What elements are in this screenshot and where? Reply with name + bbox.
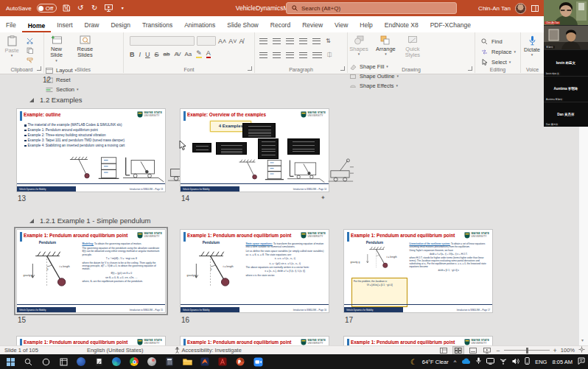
dictate-button[interactable]: Dictate ▾: [521, 32, 543, 57]
section-header-example1[interactable]: 1.2.1 Example 1 - Simple pendulum: [28, 217, 151, 225]
speaker-icon[interactable]: [512, 358, 519, 366]
slide-thumbnail-15[interactable]: Example 1: Pendulum around equilibrium p…: [16, 229, 166, 313]
tab-design[interactable]: Design: [105, 18, 136, 32]
align-left-icon[interactable]: [259, 52, 267, 58]
tray-microphone-icon[interactable]: [476, 357, 481, 366]
tab-animations[interactable]: Animations: [178, 18, 221, 32]
slide-thumbnail-16[interactable]: Example 1: Pendulum around equilibrium p…: [180, 229, 329, 313]
language-indicator[interactable]: ENG: [535, 359, 547, 365]
smartart-icon[interactable]: ⎅: [327, 52, 332, 59]
text-direction-icon[interactable]: ⇅: [326, 38, 331, 44]
undo-icon[interactable]: ↺: [76, 4, 85, 13]
copy-icon[interactable]: [25, 46, 35, 55]
tab-record[interactable]: Record: [265, 18, 296, 32]
columns-icon[interactable]: [312, 52, 322, 58]
redo-icon[interactable]: ↻: [90, 4, 99, 13]
section-header-examples[interactable]: 1.2 Examples: [28, 96, 83, 104]
calculator-icon[interactable]: [161, 354, 178, 369]
font-size-select[interactable]: [197, 36, 216, 46]
tab-view[interactable]: View: [329, 18, 354, 32]
tab-home[interactable]: Home: [22, 19, 52, 33]
slide-thumbnail-13[interactable]: Example: outline WAYNE STATEUNIVERSITY T…: [16, 108, 166, 192]
participant-video-1[interactable]: Chin-An Tan: [544, 0, 588, 26]
weather-status[interactable]: 64°F Clear: [422, 359, 449, 365]
bullets-icon[interactable]: [259, 38, 267, 44]
participant-tile-4[interactable]: Auntima 李明玲 Auntima 李明玲: [544, 77, 588, 102]
shapes-button[interactable]: Shapes ▾: [348, 32, 370, 56]
underline-button[interactable]: U: [145, 51, 150, 58]
signal-icon[interactable]: [500, 358, 507, 366]
zoom-icon[interactable]: [249, 354, 267, 369]
quick-access-dropdown-icon[interactable]: ▾: [118, 4, 127, 13]
tab-endnote[interactable]: EndNote X8: [379, 18, 424, 32]
tab-slide-show[interactable]: Slide Show: [221, 18, 265, 32]
arrange-button[interactable]: Arrange ▾: [373, 32, 398, 56]
fit-to-window-icon[interactable]: [578, 346, 585, 354]
slideshow-view-icon[interactable]: [482, 347, 492, 354]
decrease-font-icon[interactable]: A˅: [228, 38, 237, 45]
strikethrough-button[interactable]: S: [155, 51, 159, 58]
language-indicator[interactable]: English (United States): [87, 347, 144, 354]
matlab-icon[interactable]: [196, 354, 214, 369]
zoom-in-button[interactable]: +: [553, 347, 557, 354]
section-collapse-icon[interactable]: [29, 219, 34, 223]
align-right-icon[interactable]: [286, 52, 294, 58]
start-button[interactable]: [1, 354, 19, 369]
zoom-level[interactable]: 100%: [561, 347, 575, 354]
night-moon-icon[interactable]: ☾: [410, 358, 417, 366]
search-box[interactable]: Search (Alt+Q): [286, 2, 457, 14]
font-dialog-launcher[interactable]: [248, 66, 252, 71]
file-explorer-icon[interactable]: [178, 354, 196, 369]
highlight-color-icon[interactable]: ✎: [196, 50, 202, 58]
replace-button[interactable]: Replace▾: [480, 47, 520, 56]
justify-icon[interactable]: [299, 52, 307, 58]
tab-insert[interactable]: Insert: [51, 18, 78, 32]
app-gray-sphere-icon[interactable]: [143, 354, 161, 369]
italic-button[interactable]: I: [139, 51, 141, 58]
reading-view-icon[interactable]: [468, 347, 478, 354]
start-presentation-icon[interactable]: [104, 4, 113, 13]
ribbon-options-icon[interactable]: [531, 4, 539, 13]
new-slide-button[interactable]: New Slide ▾: [44, 32, 69, 63]
acrobat-icon[interactable]: [214, 354, 231, 369]
quick-styles-button[interactable]: Quick Styles: [402, 32, 424, 59]
tab-draw[interactable]: Draw: [79, 18, 105, 32]
user-name[interactable]: Chin-An Tan: [478, 5, 511, 12]
participant-tile-5[interactable]: Dan 黄丹萍 Dan 黄丹萍: [544, 102, 588, 127]
line-spacing-icon[interactable]: [312, 38, 321, 44]
participant-video-2[interactable]: 李明玲: [544, 26, 588, 50]
edge-icon[interactable]: [108, 354, 125, 369]
increase-font-icon[interactable]: A˄: [218, 38, 226, 45]
tab-review[interactable]: Review: [296, 18, 329, 32]
shape-outline-button[interactable]: Shape Outline▾: [348, 72, 399, 81]
character-spacing-icon[interactable]: AV: [174, 51, 180, 57]
align-center-icon[interactable]: [273, 52, 281, 58]
tab-help[interactable]: Help: [354, 18, 378, 32]
app-blue-globe-icon[interactable]: [72, 354, 90, 369]
phone-link-icon[interactable]: [525, 357, 530, 366]
scroll-down-icon[interactable]: ▾: [581, 337, 584, 342]
zoom-out-button[interactable]: −: [496, 347, 500, 354]
task-view-icon[interactable]: [55, 354, 72, 369]
numbering-icon[interactable]: [273, 38, 281, 44]
chrome-icon[interactable]: [125, 354, 143, 369]
clear-formatting-icon[interactable]: A̸: [239, 38, 244, 45]
select-button[interactable]: Select▾: [480, 57, 520, 66]
participant-tile-3[interactable]: kevin 柏廷文 kevin 柏廷文: [544, 50, 588, 77]
tab-pdf-xchange[interactable]: PDF-XChange: [424, 18, 477, 32]
normal-view-icon[interactable]: [438, 347, 449, 354]
slide-sorter-view-icon[interactable]: [452, 346, 464, 355]
change-case-icon[interactable]: Aa: [185, 51, 192, 57]
onedrive-icon[interactable]: [461, 358, 471, 366]
font-color-icon[interactable]: A: [206, 50, 211, 58]
powerpoint-icon[interactable]: [231, 354, 249, 369]
format-painter-icon[interactable]: [25, 56, 35, 64]
zoom-slider[interactable]: [504, 350, 550, 351]
cortana-icon[interactable]: [37, 354, 55, 369]
reuse-slides-button[interactable]: Reuse Slides: [71, 32, 98, 59]
shape-effects-button[interactable]: Shape Effects▾: [348, 82, 399, 91]
reset-button[interactable]: Reset: [44, 76, 79, 85]
taskbar-search-icon[interactable]: [19, 354, 37, 369]
action-center-icon[interactable]: [578, 357, 585, 366]
clock[interactable]: 8:05 AM: [552, 359, 573, 365]
